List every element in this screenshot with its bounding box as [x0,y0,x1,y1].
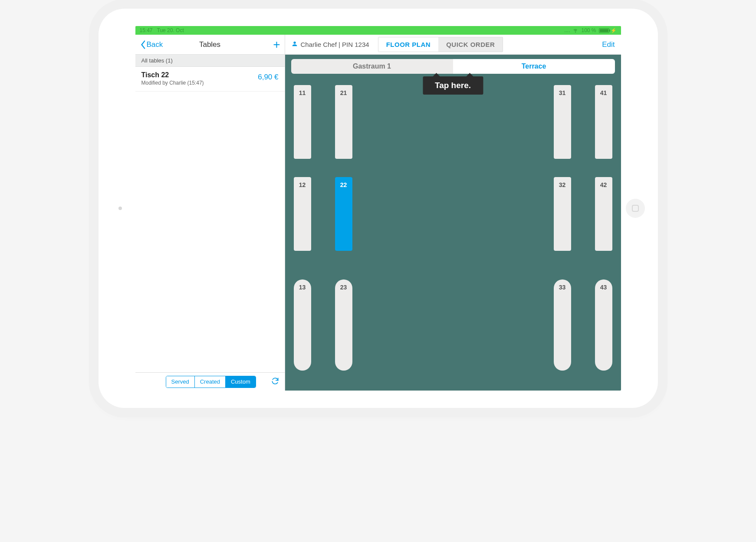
table-13[interactable]: 13 [294,279,311,371]
tab-quick-order[interactable]: QUICK ORDER [438,37,503,52]
filter-created[interactable]: Created [194,376,225,388]
table-23[interactable]: 23 [335,279,352,371]
user-icon [291,40,298,49]
table-list-item[interactable]: Tisch 22 Modified by Charlie (15:47) 6,9… [135,67,285,92]
room-tabs: Gastraum 1 Terrace [291,59,615,74]
wifi-icon [572,27,579,34]
all-tables-header: All tables (1) [135,55,285,67]
filter-segmented: Served Created Custom [166,376,256,388]
user-label: Charlie Chef | PIN 1234 [301,41,369,48]
table-33[interactable]: 33 [554,279,571,371]
status-time: 15:47 [140,27,153,33]
edit-button[interactable]: Edit [602,40,615,49]
table-42[interactable]: 42 [595,177,612,251]
sidebar: Back Tables + All tables (1) Tisch 22 Mo… [135,35,285,391]
refresh-button[interactable] [271,377,279,387]
filter-custom[interactable]: Custom [225,376,256,388]
charging-icon: ⚡ [611,28,617,33]
back-button[interactable]: Back [140,40,163,49]
battery-icon: ⚡ [599,28,617,33]
floor-plan-area: Gastraum 1 Terrace Tap here. 11 21 31 41 [285,55,621,391]
table-item-modified: Modified by Charlie (15:47) [141,80,204,86]
ipad-frame: 15:47 Tue 20. Oct .... 100 % ⚡ [99,9,658,408]
table-item-price: 6,90 € [258,73,278,82]
status-date: Tue 20. Oct [157,27,184,33]
table-item-name: Tisch 22 [141,71,204,79]
table-12[interactable]: 12 [294,177,311,251]
table-31[interactable]: 31 [554,85,571,159]
battery-percent: 100 % [581,27,596,33]
table-32[interactable]: 32 [554,177,571,251]
main-panel: Charlie Chef | PIN 1234 FLOOR PLAN QUICK… [285,35,621,391]
table-21[interactable]: 21 [335,85,352,159]
status-bar: 15:47 Tue 20. Oct .... 100 % ⚡ [135,26,621,35]
cellular-dots: .... [564,27,570,33]
view-mode-tabs: FLOOR PLAN QUICK ORDER [378,37,503,52]
home-button[interactable] [626,199,645,218]
table-22[interactable]: 22 [335,177,352,251]
add-button[interactable]: + [273,38,280,52]
screen: 15:47 Tue 20. Oct .... 100 % ⚡ [135,26,621,391]
camera-dot [118,207,122,210]
room-tab-gastraum[interactable]: Gastraum 1 [291,59,453,74]
floor: 11 21 31 41 12 22 32 42 13 23 33 43 [291,85,615,384]
table-43[interactable]: 43 [595,279,612,371]
back-label: Back [147,40,163,49]
tab-floor-plan[interactable]: FLOOR PLAN [378,37,439,52]
user-info[interactable]: Charlie Chef | PIN 1234 [291,40,369,49]
table-41[interactable]: 41 [595,85,612,159]
table-11[interactable]: 11 [294,85,311,159]
room-tab-terrace[interactable]: Terrace [453,59,615,74]
filter-served[interactable]: Served [166,376,194,388]
main-header: Charlie Chef | PIN 1234 FLOOR PLAN QUICK… [285,35,621,55]
